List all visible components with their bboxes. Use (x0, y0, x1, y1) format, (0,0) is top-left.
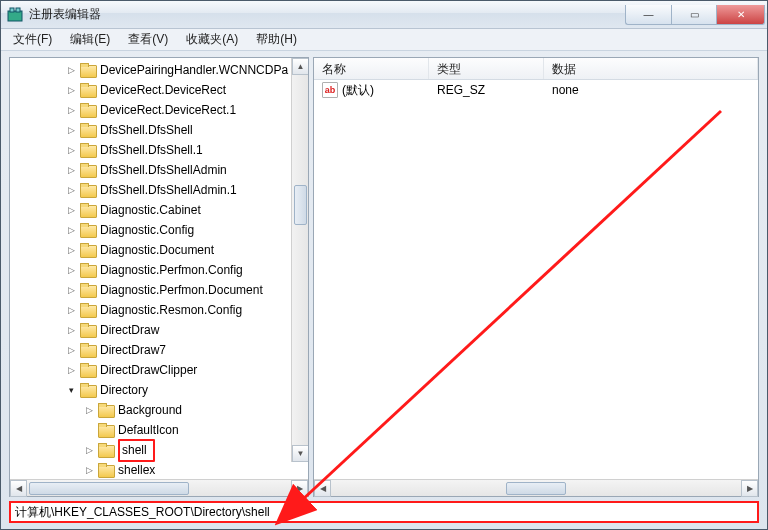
titlebar[interactable]: 注册表编辑器 — ▭ ✕ (1, 1, 767, 29)
values-horizontal-scrollbar[interactable]: ◀ ▶ (314, 479, 758, 496)
scroll-up-button[interactable]: ▲ (292, 58, 309, 75)
tree-node-label: Diagnostic.Resmon.Config (100, 301, 242, 320)
expander-closed-icon[interactable]: ▷ (64, 183, 78, 197)
menu-favorites[interactable]: 收藏夹(A) (178, 29, 246, 50)
tree-node[interactable]: ▷DeviceRect.DeviceRect (10, 80, 308, 100)
tree-node-label: DfsShell.DfsShellAdmin.1 (100, 181, 237, 200)
h-scroll-track[interactable] (331, 480, 741, 497)
column-header-data[interactable]: 数据 (544, 58, 758, 79)
scroll-right-button[interactable]: ▶ (741, 480, 758, 497)
tree-node[interactable]: ▷DfsShell.DfsShell (10, 120, 308, 140)
expander-closed-icon[interactable]: ▷ (82, 403, 96, 417)
window-controls: — ▭ ✕ (625, 5, 765, 25)
expander-closed-icon[interactable]: ▷ (64, 223, 78, 237)
expander-closed-icon[interactable]: ▷ (64, 63, 78, 77)
h-scroll-thumb[interactable] (29, 482, 189, 495)
tree-node[interactable]: ▷Diagnostic.Perfmon.Document (10, 280, 308, 300)
tree-node[interactable]: ▷Diagnostic.Document (10, 240, 308, 260)
expander-closed-icon[interactable]: ▷ (82, 463, 96, 477)
expander-closed-icon[interactable]: ▷ (64, 143, 78, 157)
minimize-button[interactable]: — (625, 5, 671, 25)
tree-node-label: Diagnostic.Config (100, 221, 194, 240)
scroll-down-button[interactable]: ▼ (292, 445, 309, 462)
window-title: 注册表编辑器 (29, 6, 625, 23)
menu-edit[interactable]: 编辑(E) (62, 29, 118, 50)
maximize-button[interactable]: ▭ (671, 5, 717, 25)
tree-view[interactable]: ▷DevicePairingHandler.WCNNCDPa▷DeviceRec… (10, 58, 308, 479)
expander-closed-icon[interactable]: ▷ (64, 283, 78, 297)
menu-file[interactable]: 文件(F) (5, 29, 60, 50)
tree-node-label: DfsShell.DfsShell (100, 121, 193, 140)
tree-node[interactable]: ▷shellex (10, 460, 308, 479)
expander-open-icon[interactable]: ▾ (64, 383, 78, 397)
tree-horizontal-scrollbar[interactable]: ◀ ▶ (10, 479, 308, 496)
tree-node-label: DfsShell.DfsShellAdmin (100, 161, 227, 180)
values-pane: 名称 类型 数据 ab(默认)REG_SZnone ◀ ▶ (313, 57, 759, 497)
expander-closed-icon[interactable]: ▷ (64, 83, 78, 97)
listview-body[interactable]: ab(默认)REG_SZnone (314, 80, 758, 479)
tree-node[interactable]: ▷Diagnostic.Config (10, 220, 308, 240)
value-row[interactable]: ab(默认)REG_SZnone (314, 80, 758, 100)
scroll-left-button[interactable]: ◀ (314, 480, 331, 497)
folder-icon (80, 203, 96, 217)
tree-node-label: DefaultIcon (118, 421, 179, 440)
registry-editor-window: 注册表编辑器 — ▭ ✕ 文件(F) 编辑(E) 查看(V) 收藏夹(A) 帮助… (0, 0, 768, 530)
tree-vertical-scrollbar[interactable]: ▲ ▼ (291, 58, 308, 462)
column-header-type[interactable]: 类型 (429, 58, 544, 79)
value-data: none (544, 83, 758, 97)
tree-node[interactable]: ▷Background (10, 400, 308, 420)
expander-closed-icon[interactable]: ▷ (64, 363, 78, 377)
folder-icon (80, 183, 96, 197)
close-button[interactable]: ✕ (717, 5, 765, 25)
expander-closed-icon[interactable]: ▷ (64, 103, 78, 117)
folder-icon (80, 123, 96, 137)
tree-node-label: DeviceRect.DeviceRect (100, 81, 226, 100)
expander-closed-icon[interactable]: ▷ (64, 323, 78, 337)
expander-closed-icon[interactable]: ▷ (82, 443, 96, 457)
tree-node[interactable]: ▷DirectDraw (10, 320, 308, 340)
tree-node[interactable]: ▷DfsShell.DfsShellAdmin.1 (10, 180, 308, 200)
statusbar: 计算机\HKEY_CLASSES_ROOT\Directory\shell (9, 501, 759, 523)
expander-none (82, 423, 96, 437)
tree-node[interactable]: ▷DirectDrawClipper (10, 360, 308, 380)
menu-help[interactable]: 帮助(H) (248, 29, 305, 50)
folder-icon (98, 443, 114, 457)
tree-node[interactable]: ▷Diagnostic.Cabinet (10, 200, 308, 220)
expander-closed-icon[interactable]: ▷ (64, 203, 78, 217)
menu-view[interactable]: 查看(V) (120, 29, 176, 50)
tree-node[interactable]: ▷DirectDraw7 (10, 340, 308, 360)
values-listview[interactable]: 名称 类型 数据 ab(默认)REG_SZnone (314, 58, 758, 479)
tree-node[interactable]: ▾Directory (10, 380, 308, 400)
scroll-track[interactable] (292, 75, 309, 445)
tree-node[interactable]: ▷DevicePairingHandler.WCNNCDPa (10, 60, 308, 80)
folder-icon (98, 423, 114, 437)
folder-icon (80, 243, 96, 257)
expander-closed-icon[interactable]: ▷ (64, 243, 78, 257)
expander-closed-icon[interactable]: ▷ (64, 163, 78, 177)
svg-rect-1 (10, 8, 14, 12)
expander-closed-icon[interactable]: ▷ (64, 343, 78, 357)
expander-closed-icon[interactable]: ▷ (64, 263, 78, 277)
tree-node[interactable]: ▷Diagnostic.Resmon.Config (10, 300, 308, 320)
tree-node[interactable]: ▷shell (10, 440, 308, 460)
tree-node[interactable]: ▷DfsShell.DfsShell.1 (10, 140, 308, 160)
expander-closed-icon[interactable]: ▷ (64, 303, 78, 317)
svg-rect-2 (16, 8, 20, 12)
folder-icon (80, 223, 96, 237)
value-type: REG_SZ (429, 83, 544, 97)
tree-node[interactable]: ▷Diagnostic.Perfmon.Config (10, 260, 308, 280)
tree-node-label: Background (118, 401, 182, 420)
tree-node[interactable]: ▷DeviceRect.DeviceRect.1 (10, 100, 308, 120)
h-scroll-track[interactable] (27, 480, 291, 497)
tree-node[interactable]: ▷DfsShell.DfsShellAdmin (10, 160, 308, 180)
expander-closed-icon[interactable]: ▷ (64, 123, 78, 137)
scroll-thumb[interactable] (294, 185, 307, 225)
tree-node[interactable]: DefaultIcon (10, 420, 308, 440)
column-header-name[interactable]: 名称 (314, 58, 429, 79)
scroll-right-button[interactable]: ▶ (291, 480, 308, 497)
scroll-left-button[interactable]: ◀ (10, 480, 27, 497)
h-scroll-thumb[interactable] (506, 482, 566, 495)
tree-node-label: DirectDraw (100, 321, 159, 340)
value-name: (默认) (342, 82, 374, 99)
tree-node-label: shell (118, 439, 155, 462)
